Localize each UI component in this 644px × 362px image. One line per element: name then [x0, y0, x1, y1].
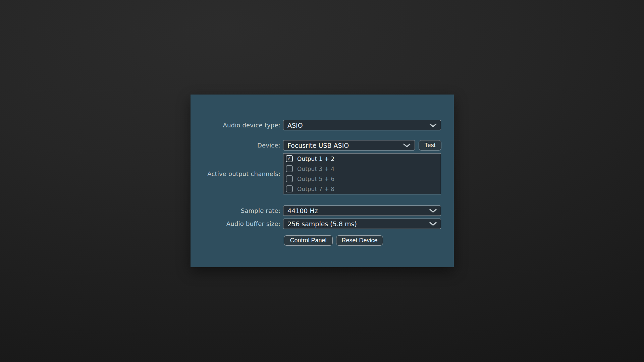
footer-row: Control Panel Reset Device: [191, 235, 454, 246]
channel-label: Output 7 + 8: [297, 186, 334, 192]
audio-buffer-size-select[interactable]: 256 samples (5.8 ms): [283, 219, 441, 229]
channel-list-item[interactable]: Output 7 + 8: [286, 184, 441, 194]
active-output-channels-label: Active output channels:: [191, 170, 283, 177]
audio-buffer-size-label: Audio buffer size:: [191, 220, 283, 227]
sample-rate-value: 44100 Hz: [287, 207, 318, 215]
channel-label: Output 3 + 4: [297, 166, 334, 172]
control-panel-button[interactable]: Control Panel: [284, 235, 333, 246]
test-button[interactable]: Test: [419, 140, 441, 150]
reset-device-button[interactable]: Reset Device: [336, 235, 383, 246]
checkbox-icon[interactable]: ✓: [286, 155, 293, 162]
chevron-down-icon: [429, 209, 437, 213]
channel-list-item[interactable]: ✓ Output 1 + 2: [286, 154, 441, 164]
channel-label: Output 5 + 6: [297, 176, 334, 182]
sample-rate-label: Sample rate:: [191, 207, 283, 214]
sample-rate-select[interactable]: 44100 Hz: [283, 205, 441, 216]
channel-list-item[interactable]: Output 5 + 6: [286, 174, 441, 184]
footer-buttons: Control Panel Reset Device: [284, 235, 383, 246]
check-icon: ✓: [287, 156, 291, 161]
device-value: Focusrite USB ASIO: [287, 142, 349, 149]
active-output-channels-row: Active output channels: ✓ Output 1 + 2 O…: [191, 153, 454, 194]
checkbox-icon[interactable]: [286, 165, 293, 172]
desktop-background: Audio device type: ASIO Device: Focusrit…: [0, 0, 644, 362]
chevron-down-icon: [429, 222, 437, 226]
device-label: Device:: [191, 142, 283, 149]
chevron-down-icon: [429, 123, 437, 127]
device-select[interactable]: Focusrite USB ASIO: [283, 140, 415, 150]
chevron-down-icon: [403, 143, 411, 147]
audio-settings-panel: Audio device type: ASIO Device: Focusrit…: [191, 95, 454, 267]
audio-device-type-row: Audio device type: ASIO: [191, 120, 454, 130]
audio-buffer-size-value: 256 samples (5.8 ms): [287, 220, 357, 228]
audio-device-type-label: Audio device type:: [191, 122, 283, 129]
audio-buffer-size-row: Audio buffer size: 256 samples (5.8 ms): [191, 219, 454, 229]
device-row: Device: Focusrite USB ASIO Test: [191, 140, 454, 150]
checkbox-icon[interactable]: [286, 185, 293, 192]
active-output-channels-list: ✓ Output 1 + 2 Output 3 + 4 Output 5 + 6…: [283, 153, 441, 194]
audio-device-type-value: ASIO: [287, 122, 303, 129]
audio-device-type-select[interactable]: ASIO: [283, 120, 441, 130]
checkbox-icon[interactable]: [286, 175, 293, 182]
channel-list-item[interactable]: Output 3 + 4: [286, 164, 441, 174]
channel-label: Output 1 + 2: [297, 156, 334, 162]
sample-rate-row: Sample rate: 44100 Hz: [191, 205, 454, 216]
